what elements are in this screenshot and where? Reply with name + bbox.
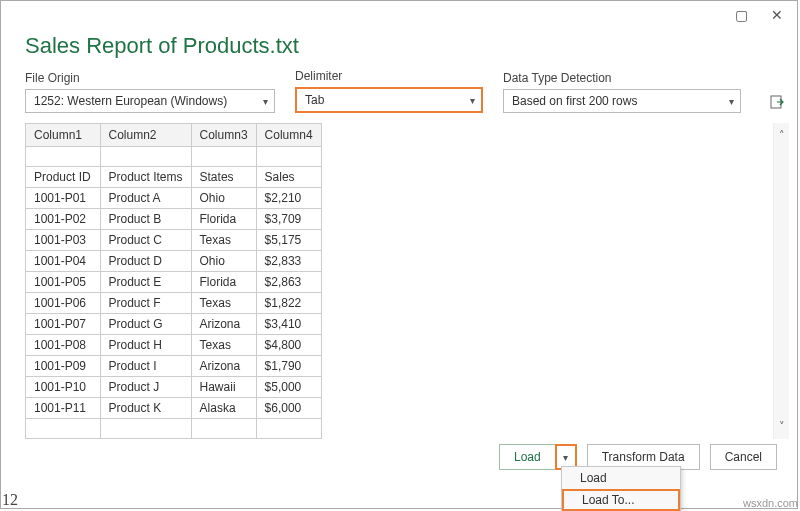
table-cell: 1001-P04 — [26, 250, 100, 271]
table-row — [26, 418, 321, 438]
scroll-area: ˄ ˅ — [326, 123, 789, 439]
table-cell: 1001-P10 — [26, 376, 100, 397]
datatype-group: Data Type Detection Based on first 200 r… — [503, 71, 741, 113]
table-row: Product IDProduct ItemsStatesSales — [26, 166, 321, 187]
table-cell: $3,410 — [256, 313, 321, 334]
datatype-dropdown[interactable]: Based on first 200 rows ▾ — [503, 89, 741, 113]
col-header: Column3 — [191, 124, 256, 146]
page-title: Sales Report of Products.txt — [1, 29, 797, 69]
table-cell: States — [191, 166, 256, 187]
close-icon[interactable]: ✕ — [759, 1, 795, 29]
cancel-button[interactable]: Cancel — [710, 444, 777, 470]
table-cell — [191, 418, 256, 438]
maximize-icon[interactable]: ▢ — [723, 1, 759, 29]
table-cell: Texas — [191, 334, 256, 355]
table-cell: $5,000 — [256, 376, 321, 397]
scroll-down-icon[interactable]: ˅ — [779, 420, 785, 433]
table-cell: 1001-P09 — [26, 355, 100, 376]
table-cell: Hawaii — [191, 376, 256, 397]
table-cell — [191, 146, 256, 166]
table-cell: Florida — [191, 208, 256, 229]
preview-table-wrap: Column1 Column2 Column3 Column4 Product … — [25, 123, 322, 439]
table-cell — [26, 146, 100, 166]
table-row: 1001-P01Product AOhio$2,210 — [26, 187, 321, 208]
table-row: 1001-P09Product IArizona$1,790 — [26, 355, 321, 376]
menu-load-to[interactable]: Load To... — [562, 489, 680, 511]
table-cell: Product J — [100, 376, 191, 397]
scroll-up-icon[interactable]: ˄ — [779, 129, 785, 142]
table-cell: Arizona — [191, 313, 256, 334]
table-cell: $1,822 — [256, 292, 321, 313]
table-cell: Texas — [191, 229, 256, 250]
line-number: 12 — [2, 491, 18, 509]
table-cell: 1001-P08 — [26, 334, 100, 355]
table-row: 1001-P05Product EFlorida$2,863 — [26, 271, 321, 292]
file-origin-label: File Origin — [25, 71, 275, 85]
menu-load[interactable]: Load — [562, 467, 680, 489]
col-header: Column2 — [100, 124, 191, 146]
table-cell: Florida — [191, 271, 256, 292]
table-cell: $2,833 — [256, 250, 321, 271]
table-cell: $2,863 — [256, 271, 321, 292]
table-cell: Texas — [191, 292, 256, 313]
table-row: 1001-P10Product JHawaii$5,000 — [26, 376, 321, 397]
table-cell: Arizona — [191, 355, 256, 376]
table-cell: 1001-P02 — [26, 208, 100, 229]
table-cell: 1001-P03 — [26, 229, 100, 250]
table-cell: 1001-P11 — [26, 397, 100, 418]
table-cell: Product H — [100, 334, 191, 355]
table-cell: Product Items — [100, 166, 191, 187]
datatype-value: Based on first 200 rows — [512, 94, 637, 108]
dialog-window: ▢ ✕ Sales Report of Products.txt File Or… — [0, 0, 798, 509]
delimiter-group: Delimiter Tab ▾ — [295, 69, 483, 113]
table-cell: 1001-P06 — [26, 292, 100, 313]
settings-icon[interactable] — [769, 91, 785, 113]
load-menu: Load Load To... — [561, 466, 681, 511]
table-cell — [100, 418, 191, 438]
table-cell: Ohio — [191, 187, 256, 208]
table-cell: $4,800 — [256, 334, 321, 355]
table-row: 1001-P08Product HTexas$4,800 — [26, 334, 321, 355]
table-cell: Product F — [100, 292, 191, 313]
table-cell — [256, 418, 321, 438]
table-row: 1001-P03Product CTexas$5,175 — [26, 229, 321, 250]
table-row: 1001-P04Product DOhio$2,833 — [26, 250, 321, 271]
datatype-label: Data Type Detection — [503, 71, 741, 85]
table-cell: Product B — [100, 208, 191, 229]
table-cell: Product ID — [26, 166, 100, 187]
file-origin-value: 1252: Western European (Windows) — [34, 94, 227, 108]
table-row — [26, 146, 321, 166]
table-cell: $1,790 — [256, 355, 321, 376]
table-row: 1001-P02Product BFlorida$3,709 — [26, 208, 321, 229]
table-row: 1001-P07Product GArizona$3,410 — [26, 313, 321, 334]
watermark: wsxdn.com — [743, 497, 798, 509]
delimiter-label: Delimiter — [295, 69, 483, 83]
load-button[interactable]: Load — [499, 444, 555, 470]
table-cell: Alaska — [191, 397, 256, 418]
table-cell: Product C — [100, 229, 191, 250]
col-header: Column1 — [26, 124, 100, 146]
table-cell: Product A — [100, 187, 191, 208]
table-cell: Sales — [256, 166, 321, 187]
table-cell: $3,709 — [256, 208, 321, 229]
controls-row: File Origin 1252: Western European (Wind… — [1, 69, 797, 117]
chevron-down-icon: ▾ — [263, 96, 268, 107]
table-cell: Product G — [100, 313, 191, 334]
table-cell: 1001-P05 — [26, 271, 100, 292]
chevron-down-icon: ▾ — [729, 96, 734, 107]
table-cell: Product E — [100, 271, 191, 292]
delimiter-dropdown[interactable]: Tab ▾ — [295, 87, 483, 113]
preview-area: Column1 Column2 Column3 Column4 Product … — [1, 117, 797, 439]
file-origin-group: File Origin 1252: Western European (Wind… — [25, 71, 275, 113]
table-row: 1001-P11Product KAlaska$6,000 — [26, 397, 321, 418]
table-cell: 1001-P01 — [26, 187, 100, 208]
file-origin-dropdown[interactable]: 1252: Western European (Windows) ▾ — [25, 89, 275, 113]
table-cell: Product I — [100, 355, 191, 376]
table-cell: Product D — [100, 250, 191, 271]
delimiter-value: Tab — [305, 93, 324, 107]
table-row: 1001-P06Product FTexas$1,822 — [26, 292, 321, 313]
table-cell: Product K — [100, 397, 191, 418]
table-cell — [100, 146, 191, 166]
vertical-scrollbar[interactable]: ˄ ˅ — [773, 123, 789, 439]
table-cell: 1001-P07 — [26, 313, 100, 334]
